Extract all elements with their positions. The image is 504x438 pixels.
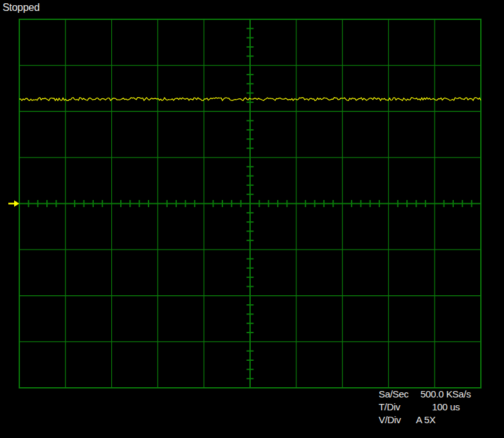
trigger-arrow-icon <box>8 201 19 207</box>
scope-display <box>0 0 504 438</box>
readout-row-voltdiv: V/DivA 5X <box>379 414 471 426</box>
readout-row-samplerate: Sa/Sec500.0 KSa/s <box>379 388 471 401</box>
samplerate-label: Sa/Sec <box>379 388 416 401</box>
voltdiv-label: V/Div <box>379 414 416 426</box>
readout-panel: Sa/Sec500.0 KSa/s T/Div100 us V/DivA 5X <box>379 388 471 426</box>
oscilloscope-screen: Stopped Sa/Sec500.0 KSa/s T/Div100 us V/… <box>0 0 504 438</box>
voltdiv-value: A 5X <box>416 414 436 425</box>
timediv-value: 100 us <box>416 401 460 412</box>
graticule-grid <box>19 19 481 388</box>
readout-row-timediv: T/Div100 us <box>379 401 471 414</box>
samplerate-value: 500.0 KSa/s <box>416 388 471 399</box>
timediv-label: T/Div <box>379 401 416 414</box>
status-label: Stopped <box>3 2 40 14</box>
